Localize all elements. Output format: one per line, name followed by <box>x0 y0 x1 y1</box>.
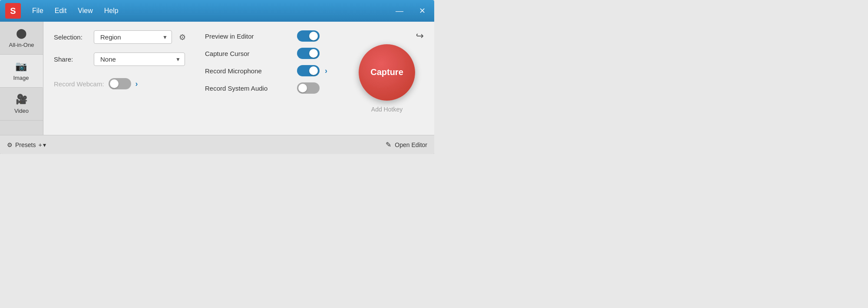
share-row: Share: None Clipboard Email FTP OneDrive… <box>54 52 188 66</box>
option-row-capture-cursor: Capture Cursor <box>205 48 333 59</box>
selection-label: Selection: <box>54 33 89 41</box>
preview-in-editor-toggle-thumb <box>309 32 318 40</box>
menu-help[interactable]: Help <box>100 5 123 16</box>
record-system-audio-toggle-track[interactable] <box>297 82 320 94</box>
titlebar: S File Edit View Help — ✕ <box>0 0 434 22</box>
footer: ⚙ Presets + ▾ ✎ Open Editor <box>0 135 434 154</box>
record-microphone-label: Record Microphone <box>205 67 292 75</box>
selection-row: Selection: Region Window Full Screen Cus… <box>54 30 188 44</box>
option-row-record-microphone: Record Microphone › <box>205 65 333 76</box>
menu-edit[interactable]: Edit <box>50 5 71 16</box>
minimize-button[interactable]: — <box>392 5 407 17</box>
sidebar-label-all-in-one: All-in-One <box>9 42 34 48</box>
app-logo: S <box>5 3 21 19</box>
menu-view[interactable]: View <box>73 5 97 16</box>
add-preset-button[interactable]: + ▾ <box>38 141 46 148</box>
footer-left: ⚙ Presets + ▾ <box>7 141 46 148</box>
record-microphone-toggle-track[interactable] <box>297 65 320 76</box>
preview-in-editor-toggle-track[interactable] <box>297 30 320 42</box>
sidebar-label-image: Image <box>13 75 29 81</box>
share-label: Share: <box>54 56 89 63</box>
sidebar-item-all-in-one[interactable]: ⬤ All-in-One <box>0 22 43 55</box>
preview-in-editor-label: Preview in Editor <box>205 33 292 40</box>
record-system-audio-label: Record System Audio <box>205 85 292 92</box>
sidebar-item-image[interactable]: 📷 Image <box>0 55 43 88</box>
video-icon: 🎥 <box>16 94 27 105</box>
webcam-toggle[interactable] <box>109 78 131 89</box>
capture-area: ↩ Capture Add Hotkey <box>350 30 424 126</box>
capture-button[interactable]: Capture <box>359 44 415 101</box>
menu-bar: File Edit View Help <box>28 5 123 16</box>
sidebar-label-video: Video <box>14 108 29 114</box>
right-panel: Preview in Editor Capture Cursor <box>205 30 333 126</box>
presets-label[interactable]: Presets <box>15 141 36 148</box>
selection-settings-button[interactable]: ⚙ <box>177 31 188 44</box>
content-area: Selection: Region Window Full Screen Cus… <box>43 22 434 135</box>
webcam-toggle-thumb <box>110 79 119 88</box>
selection-select[interactable]: Region Window Full Screen Custom <box>94 30 172 44</box>
left-panel: Selection: Region Window Full Screen Cus… <box>54 30 188 126</box>
menu-file[interactable]: File <box>28 5 48 16</box>
capture-cursor-toggle-track[interactable] <box>297 48 320 59</box>
open-editor-button[interactable]: ✎ Open Editor <box>386 141 427 149</box>
record-system-audio-toggle[interactable] <box>297 82 320 94</box>
all-in-one-icon: ⬤ <box>16 28 27 39</box>
webcam-chevron-icon[interactable]: › <box>135 79 138 88</box>
capture-cursor-label: Capture Cursor <box>205 50 292 57</box>
option-row-preview-in-editor: Preview in Editor <box>205 30 333 42</box>
footer-gear-icon[interactable]: ⚙ <box>7 141 13 148</box>
open-editor-label: Open Editor <box>395 141 427 148</box>
reset-button[interactable]: ↩ <box>416 30 424 42</box>
app-window: S File Edit View Help — ✕ ⬤ All-in-One <box>0 0 434 154</box>
capture-cursor-toggle[interactable] <box>297 48 320 59</box>
record-microphone-chevron-icon[interactable]: › <box>325 66 327 75</box>
window-controls: — ✕ <box>392 4 429 17</box>
image-icon: 📷 <box>15 61 27 72</box>
webcam-toggle-track[interactable] <box>109 78 131 89</box>
record-microphone-toggle[interactable] <box>297 65 320 76</box>
sidebar-item-video[interactable]: 🎥 Video <box>0 88 43 121</box>
sidebar: ⬤ All-in-One 📷 Image 🎥 Video <box>0 22 43 135</box>
capture-cursor-toggle-thumb <box>309 49 318 58</box>
record-microphone-toggle-thumb <box>309 66 318 75</box>
close-button[interactable]: ✕ <box>416 4 429 17</box>
selection-select-wrapper: Region Window Full Screen Custom ▼ <box>94 30 172 44</box>
webcam-label: Record Webcam: <box>54 80 104 88</box>
main-content: ⬤ All-in-One 📷 Image 🎥 Video Selection: <box>0 22 434 135</box>
webcam-row: Record Webcam: › <box>54 78 188 89</box>
preview-in-editor-toggle[interactable] <box>297 30 320 42</box>
record-system-audio-toggle-thumb <box>298 84 307 92</box>
add-hotkey-label[interactable]: Add Hotkey <box>371 106 403 113</box>
option-row-record-system-audio: Record System Audio <box>205 82 333 94</box>
share-select[interactable]: None Clipboard Email FTP OneDrive <box>94 52 185 66</box>
share-select-wrapper: None Clipboard Email FTP OneDrive ▼ <box>94 52 185 66</box>
open-editor-icon: ✎ <box>386 141 391 149</box>
